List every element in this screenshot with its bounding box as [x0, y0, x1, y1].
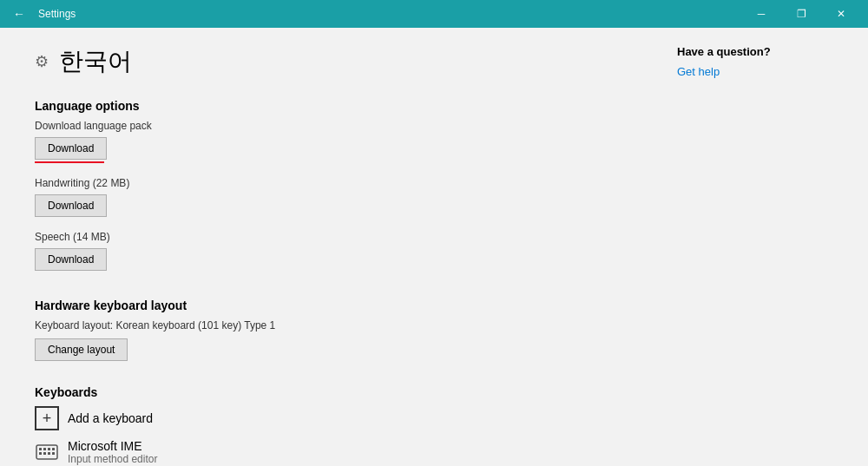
ime-desc: Input method editor — [68, 453, 157, 465]
svg-rect-4 — [52, 448, 55, 450]
microsoft-ime-row: Microsoft IME Input method editor — [35, 439, 625, 465]
svg-rect-6 — [43, 452, 46, 455]
restore-icon: ❐ — [797, 8, 806, 20]
download-pack-label: Download language pack — [35, 120, 625, 132]
svg-rect-7 — [48, 452, 50, 455]
title-bar: ← Settings ─ ❐ ✕ — [0, 0, 868, 28]
title-bar-title: Settings — [38, 8, 76, 20]
keyboards-section: Keyboards + Add a keyboard — [35, 385, 625, 465]
add-keyboard-label: Add a keyboard — [68, 411, 153, 425]
minimize-button[interactable]: ─ — [741, 0, 781, 28]
title-bar-left: ← Settings — [7, 2, 76, 26]
download-pack-group: Download language pack Download — [35, 120, 625, 163]
svg-rect-1 — [39, 448, 42, 450]
change-layout-button[interactable]: Change layout — [35, 338, 128, 361]
gear-icon: ⚙ — [35, 52, 49, 71]
get-help-link[interactable]: Get help — [677, 65, 720, 78]
ime-icon — [35, 440, 59, 464]
red-underline-decoration — [35, 161, 104, 163]
right-panel: Have a question? Get help — [660, 28, 868, 466]
keyboard-layout-desc: Keyboard layout: Korean keyboard (101 ke… — [35, 319, 625, 331]
restore-button[interactable]: ❐ — [781, 0, 821, 28]
title-bar-controls: ─ ❐ ✕ — [741, 0, 861, 28]
add-keyboard-row[interactable]: + Add a keyboard — [35, 406, 625, 430]
handwriting-group: Handwriting (22 MB) Download — [35, 177, 625, 231]
back-button[interactable]: ← — [7, 2, 31, 26]
main-content: ⚙ 한국어 Language options Download language… — [0, 28, 660, 466]
help-heading: Have a question? — [677, 45, 851, 58]
hardware-keyboard-section: Hardware keyboard layout Keyboard layout… — [35, 299, 625, 382]
keyboards-heading: Keyboards — [35, 385, 625, 399]
content-area: ⚙ 한국어 Language options Download language… — [0, 28, 868, 466]
svg-rect-3 — [48, 448, 50, 450]
close-button[interactable]: ✕ — [821, 0, 861, 28]
page-title-row: ⚙ 한국어 — [35, 45, 625, 78]
minimize-icon: ─ — [758, 8, 766, 20]
handwriting-download-button[interactable]: Download — [35, 194, 107, 217]
svg-rect-5 — [39, 452, 42, 455]
svg-rect-2 — [43, 448, 46, 450]
speech-label: Speech (14 MB) — [35, 231, 625, 243]
speech-download-button[interactable]: Download — [35, 248, 107, 271]
hardware-keyboard-heading: Hardware keyboard layout — [35, 299, 625, 312]
speech-group: Speech (14 MB) Download — [35, 231, 625, 285]
handwriting-label: Handwriting (22 MB) — [35, 177, 625, 189]
ime-name: Microsoft IME — [68, 439, 157, 453]
page-title: 한국어 — [59, 45, 132, 78]
language-options-section: Language options Download language pack … — [35, 99, 625, 285]
svg-rect-8 — [52, 452, 55, 455]
close-icon: ✕ — [837, 8, 845, 20]
language-options-heading: Language options — [35, 99, 625, 113]
download-pack-button[interactable]: Download — [35, 137, 107, 160]
ime-info: Microsoft IME Input method editor — [68, 439, 157, 465]
plus-icon: + — [35, 406, 59, 430]
